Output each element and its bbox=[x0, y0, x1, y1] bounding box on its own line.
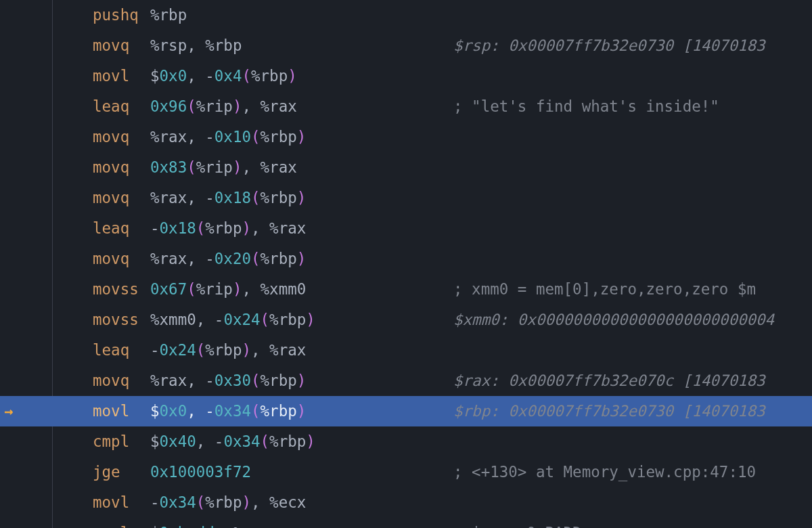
operand-token: ) bbox=[242, 493, 251, 511]
asm-line[interactable]: movq0x83(%rip), %rax bbox=[0, 152, 812, 183]
gutter[interactable] bbox=[0, 122, 52, 152]
asm-line[interactable]: movss0x67(%rip), %xmm0; xmm0 = mem[0],ze… bbox=[0, 274, 812, 305]
operand-token: ) bbox=[233, 158, 242, 176]
asm-line[interactable]: movq%rsp, %rbp$rsp: 0x00007ff7b32e0730 [… bbox=[0, 30, 812, 61]
operand-token: ) bbox=[242, 219, 251, 237]
gutter[interactable] bbox=[0, 61, 52, 91]
asm-line[interactable]: movq%rax, -0x20(%rbp) bbox=[0, 244, 812, 274]
gutter[interactable] bbox=[0, 244, 52, 274]
operand-token: %rip bbox=[196, 158, 233, 176]
gutter[interactable] bbox=[0, 366, 52, 396]
operand-token: , - bbox=[196, 433, 224, 450]
mnemonic: cmpl bbox=[93, 434, 150, 449]
operand-token: ( bbox=[251, 189, 261, 206]
operand-token: ( bbox=[251, 128, 261, 146]
operand-token: , - bbox=[196, 311, 224, 328]
gutter[interactable] bbox=[0, 426, 52, 457]
mnemonic: jge bbox=[93, 464, 150, 480]
asm-code: movss0x67(%rip), %xmm0 bbox=[52, 282, 306, 297]
gutter[interactable] bbox=[0, 213, 52, 244]
gutter[interactable] bbox=[0, 335, 52, 366]
gutter[interactable] bbox=[0, 30, 52, 61]
asm-code: movq%rax, -0x18(%rbp) bbox=[52, 190, 306, 206]
operand-token: %rax bbox=[150, 128, 187, 146]
asm-code: movq%rsp, %rbp bbox=[52, 38, 242, 53]
asm-line[interactable]: movl$0x0, -0x4(%rbp) bbox=[0, 61, 812, 91]
gutter[interactable] bbox=[0, 305, 52, 335]
operand-token: $ bbox=[150, 402, 160, 420]
operand-token: ( bbox=[261, 433, 270, 450]
asm-line[interactable]: leaq0x96(%rip), %rax; "let's find what's… bbox=[0, 91, 812, 122]
asm-line[interactable]: jge0x100003f72; <+130> at Memory_view.cp… bbox=[0, 457, 812, 487]
asm-line[interactable]: pushq%rbp bbox=[0, 0, 812, 30]
mnemonic: movl bbox=[93, 525, 150, 528]
operands: -0x18(%rbp), %rax bbox=[150, 221, 306, 236]
operand-token: , bbox=[215, 524, 233, 528]
gutter[interactable] bbox=[0, 518, 52, 528]
asm-line[interactable]: movl$0xbadd, %eax; imm = 0xBADD bbox=[0, 518, 812, 528]
asm-line[interactable]: movl-0x34(%rbp), %ecx bbox=[0, 487, 812, 518]
operand-token: %rbp bbox=[205, 493, 242, 511]
mnemonic: leaq bbox=[93, 221, 150, 236]
asm-code: cmpl$0x40, -0x34(%rbp) bbox=[52, 434, 315, 449]
operand-token: 0x0 bbox=[160, 402, 187, 420]
operand-token: %xmm0 bbox=[261, 280, 307, 298]
operand-token: ) bbox=[288, 67, 297, 85]
operand-token: 0x24 bbox=[160, 341, 196, 359]
operand-token: ( bbox=[196, 219, 206, 237]
operands: $0xbadd, %eax bbox=[150, 525, 269, 528]
gutter[interactable] bbox=[0, 487, 52, 518]
asm-code: pushq%rbp bbox=[52, 7, 187, 23]
operand-token: , bbox=[242, 97, 260, 115]
operand-token: , bbox=[187, 37, 205, 54]
operand-token: %rbp bbox=[269, 433, 306, 450]
asm-line[interactable]: movq%rax, -0x18(%rbp) bbox=[0, 183, 812, 213]
operand-token: ) bbox=[297, 402, 307, 420]
operand-token: , bbox=[251, 341, 269, 359]
gutter[interactable] bbox=[0, 274, 52, 305]
asm-code: movss%xmm0, -0x24(%rbp) bbox=[52, 312, 315, 328]
operand-token: %rax bbox=[269, 341, 306, 359]
gutter[interactable] bbox=[0, 0, 52, 30]
operand-token: 0x34 bbox=[223, 433, 260, 450]
operand-token: %rsp bbox=[150, 37, 187, 54]
asm-line[interactable]: leaq-0x24(%rbp), %rax bbox=[0, 335, 812, 366]
operands: $0x0, -0x34(%rbp) bbox=[150, 403, 306, 419]
operand-token: ) bbox=[297, 250, 307, 267]
gutter[interactable]: → bbox=[0, 396, 52, 426]
operand-token: %rax bbox=[261, 158, 297, 176]
asm-line[interactable]: movq%rax, -0x10(%rbp) bbox=[0, 122, 812, 152]
asm-line[interactable]: cmpl$0x40, -0x34(%rbp) bbox=[0, 426, 812, 457]
operands: %rax, -0x18(%rbp) bbox=[150, 190, 306, 206]
operand-token: - bbox=[150, 341, 160, 359]
operand-token: 0x100003f72 bbox=[150, 463, 251, 481]
gutter[interactable] bbox=[0, 183, 52, 213]
asm-code: movq%rax, -0x30(%rbp) bbox=[52, 373, 306, 389]
register-value-annotation: $rax: 0x00007ff7b32e070c [14070183 bbox=[453, 366, 765, 396]
asm-line[interactable]: leaq-0x18(%rbp), %rax bbox=[0, 213, 812, 244]
operands: %xmm0, -0x24(%rbp) bbox=[150, 312, 315, 328]
mnemonic: movss bbox=[93, 312, 150, 328]
register-value-annotation: $xmm0: 0x00000000000000000000000004 bbox=[453, 305, 774, 335]
operand-token: %eax bbox=[233, 524, 269, 528]
operand-token: 0x34 bbox=[215, 402, 251, 420]
mnemonic: movl bbox=[93, 68, 150, 84]
register-value-annotation: $rsp: 0x00007ff7b32e0730 [14070183 bbox=[453, 30, 765, 61]
operand-token: %rbp bbox=[261, 128, 297, 146]
operand-token: ) bbox=[297, 128, 307, 146]
gutter[interactable] bbox=[0, 457, 52, 487]
operand-token: %rax bbox=[269, 219, 306, 237]
asm-line[interactable]: movq%rax, -0x30(%rbp)$rax: 0x00007ff7b32… bbox=[0, 366, 812, 396]
asm-code: movl$0xbadd, %eax bbox=[52, 525, 269, 528]
gutter[interactable] bbox=[0, 91, 52, 122]
comment-annotation: ; <+130> at Memory_view.cpp:47:10 bbox=[453, 457, 756, 487]
gutter[interactable] bbox=[0, 152, 52, 183]
mnemonic: movss bbox=[93, 282, 150, 297]
operand-token: ) bbox=[233, 280, 242, 298]
disassembly-view[interactable]: pushq%rbpmovq%rsp, %rbp$rsp: 0x00007ff7b… bbox=[0, 0, 812, 528]
operand-token: 0x4 bbox=[215, 67, 242, 85]
asm-line[interactable]: movss%xmm0, -0x24(%rbp)$xmm0: 0x00000000… bbox=[0, 305, 812, 335]
asm-line[interactable]: →movl$0x0, -0x34(%rbp)$rbp: 0x00007ff7b3… bbox=[0, 396, 812, 426]
operand-token: %rax bbox=[150, 250, 187, 267]
disassembly-lines: pushq%rbpmovq%rsp, %rbp$rsp: 0x00007ff7b… bbox=[0, 0, 812, 528]
